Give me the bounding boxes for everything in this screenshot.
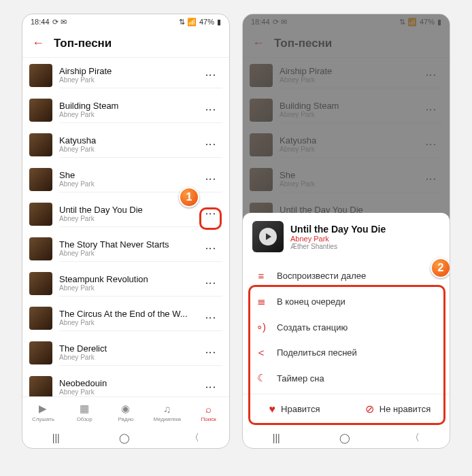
song-row[interactable]: SheAbney Park⋮: [22, 162, 229, 197]
bottom-nav: ▶Слушать▦Обзор◉Радио♫Медиатека⌕Поиск: [22, 396, 229, 428]
song-meta: SheAbney Park: [59, 166, 199, 192]
song-meta: Building SteamAbney Park: [59, 97, 199, 123]
song-list[interactable]: Airship PirateAbney Park⋮Building SteamA…: [22, 58, 229, 396]
sheet-action[interactable]: ∘)Создать станцию: [243, 314, 450, 340]
action-icon: ≣: [255, 295, 267, 307]
album-art: [29, 99, 52, 122]
song-meta: NeobedouinAbney Park: [59, 374, 199, 396]
action-sheet: Until the Day You Die Abney Park Æther S…: [243, 213, 450, 428]
song-title: Building Steam: [59, 101, 199, 111]
nav-icon: ♫: [163, 403, 171, 415]
back-button[interactable]: 〈: [190, 432, 199, 444]
album-art: [29, 272, 52, 295]
song-title: The Circus At the End of the W...: [59, 309, 199, 319]
sheet-action[interactable]: <Поделиться песней: [243, 340, 450, 365]
more-icon[interactable]: ⋮: [206, 347, 216, 358]
song-title: Neobedouin: [59, 378, 199, 388]
nav-label: Слушать: [32, 416, 54, 422]
sheet-artist[interactable]: Abney Park: [290, 235, 386, 243]
song-row[interactable]: Steampunk RevolutionAbney Park⋮: [22, 266, 229, 301]
song-row[interactable]: The DerelictAbney Park⋮: [22, 335, 229, 370]
song-title: Until the Day You Die: [59, 205, 199, 215]
song-row[interactable]: KatyushaAbney Park⋮: [22, 127, 229, 162]
sheet-album-art[interactable]: [252, 221, 284, 252]
more-icon[interactable]: ⋮: [206, 382, 216, 392]
status-battery: 47%: [199, 18, 214, 26]
callout-badge-2: 2: [431, 258, 450, 278]
heart-icon: ♥: [269, 403, 276, 415]
callout-badge-1: 1: [179, 187, 199, 207]
sheet-bottom-row: ♥ Нравится ⊘ Не нравится: [243, 394, 450, 424]
sheet-action[interactable]: ☾Таймер сна: [243, 365, 450, 391]
back-button[interactable]: 〈: [410, 432, 420, 444]
album-art: [29, 133, 52, 156]
dislike-button[interactable]: ⊘ Не нравится: [346, 394, 450, 424]
album-art: [29, 307, 52, 330]
back-icon[interactable]: ←: [32, 36, 44, 50]
recents-button[interactable]: |||: [52, 432, 60, 443]
more-icon[interactable]: ⋮: [206, 209, 216, 219]
phone-screenshot-1: 18:44 ⟳ ✉ ⇅ 📶 47% ▮ ← Топ-песни Airship …: [22, 14, 230, 449]
song-artist: Abney Park: [59, 284, 199, 292]
more-icon[interactable]: ⋮: [206, 105, 216, 115]
song-title: She: [59, 170, 199, 180]
recents-button[interactable]: |||: [273, 432, 280, 443]
album-art: [29, 376, 52, 397]
album-art: [29, 64, 52, 87]
nav-icon: ◉: [121, 403, 130, 415]
system-nav: ||| ◯ 〈: [243, 428, 450, 448]
more-icon[interactable]: ⋮: [206, 243, 216, 254]
song-row[interactable]: The Story That Never StartsAbney Park⋮: [22, 231, 229, 266]
song-artist: Abney Park: [59, 146, 199, 153]
nav-обзор[interactable]: ▦Обзор: [64, 397, 105, 428]
status-time: 18:44: [31, 18, 50, 26]
status-bar: 18:44 ⟳ ✉ ⇅ 📶 47% ▮: [22, 14, 229, 29]
sheet-header: Until the Day You Die Abney Park Æther S…: [243, 213, 450, 260]
sheet-action[interactable]: ≡Воспроизвести далее: [243, 263, 450, 288]
song-meta: The Story That Never StartsAbney Park: [59, 235, 199, 262]
home-button[interactable]: ◯: [119, 432, 130, 443]
song-row[interactable]: Airship PirateAbney Park⋮: [22, 58, 229, 92]
phone-screenshot-2: 18:44 ⟳ ✉ ⇅ 📶 47% ▮ ← Топ-песни Airship …: [242, 14, 450, 449]
album-art: [29, 203, 52, 226]
status-right-icons: ⇅ 📶: [179, 18, 197, 27]
song-row[interactable]: The Circus At the End of the W...Abney P…: [22, 301, 229, 335]
song-row[interactable]: Building SteamAbney Park⋮: [22, 92, 229, 127]
action-label: Воспроизвести далее: [277, 271, 366, 281]
more-icon[interactable]: ⋮: [206, 174, 216, 184]
nav-поиск[interactable]: ⌕Поиск: [188, 397, 229, 428]
status-left-icons: ⟳ ✉: [52, 18, 67, 27]
more-icon[interactable]: ⋮: [206, 70, 216, 80]
like-button[interactable]: ♥ Нравится: [243, 394, 346, 424]
song-row[interactable]: NeobedouinAbney Park⋮: [22, 370, 229, 396]
action-label: Поделиться песней: [277, 347, 357, 358]
more-icon[interactable]: ⋮: [206, 139, 216, 150]
home-button[interactable]: ◯: [339, 432, 350, 443]
battery-icon: ▮: [217, 18, 221, 27]
action-icon: ☾: [255, 372, 267, 384]
album-art: [29, 341, 52, 364]
song-artist: Abney Park: [59, 76, 199, 84]
page-header: ← Топ-песни: [22, 29, 229, 58]
nav-слушать[interactable]: ▶Слушать: [22, 397, 64, 428]
song-artist: Abney Park: [59, 180, 199, 188]
sheet-action[interactable]: ≣В конец очереди: [243, 288, 450, 314]
heart-slash-icon: ⊘: [365, 403, 374, 415]
song-artist: Abney Park: [59, 354, 199, 361]
like-label: Нравится: [281, 404, 320, 414]
nav-медиатека[interactable]: ♫Медиатека: [146, 397, 188, 428]
song-meta: Airship PirateAbney Park: [59, 62, 199, 88]
action-label: Создать станцию: [277, 322, 348, 333]
song-title: The Story That Never Starts: [59, 239, 199, 250]
action-icon: ∘): [255, 321, 267, 333]
more-icon[interactable]: ⋮: [206, 278, 216, 288]
action-icon: <: [255, 347, 267, 358]
action-icon: ≡: [255, 270, 267, 282]
nav-label: Поиск: [201, 416, 216, 422]
nav-радио[interactable]: ◉Радио: [105, 397, 147, 428]
more-icon[interactable]: ⋮: [206, 313, 216, 323]
play-icon: [266, 233, 271, 240]
nav-label: Обзор: [77, 416, 92, 422]
song-artist: Abney Park: [59, 388, 199, 396]
nav-icon: ▶: [39, 403, 47, 415]
